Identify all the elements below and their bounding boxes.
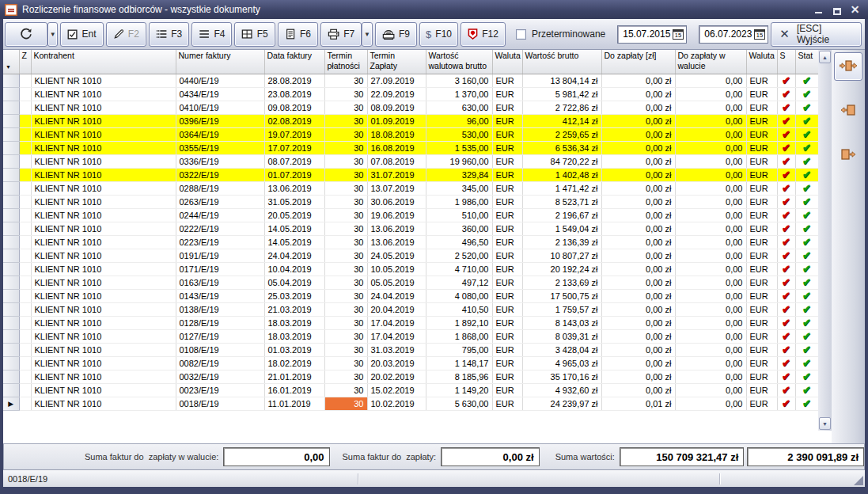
filter-all-documents-button[interactable] — [834, 52, 862, 81]
cell-status-s[interactable]: ✔ — [777, 101, 795, 114]
row-indicator[interactable] — [3, 262, 19, 276]
cell-data-faktury[interactable]: 01.03.2019 — [264, 343, 324, 356]
cell-wartosc-walutowa[interactable]: 19 960,00 — [426, 154, 492, 168]
calendar-icon[interactable]: 15 — [673, 29, 684, 40]
cell-wartosc-walutowa[interactable]: 8 185,96 — [426, 370, 492, 383]
cell-kontrahent[interactable]: KLIENT NR 1010 — [31, 222, 176, 235]
row-indicator[interactable] — [3, 302, 19, 316]
cell-kontrahent[interactable]: KLIENT NR 1010 — [31, 249, 176, 262]
header-wartosc-brutto[interactable]: Wartość brutto — [522, 50, 601, 74]
cell-do-zaplaty-walucie[interactable]: 0,00 — [675, 249, 746, 262]
date-from-input[interactable]: 15.07.2015 15 — [617, 25, 687, 44]
cell-status-s[interactable]: ✔ — [777, 74, 795, 87]
cell-waluta[interactable]: EUR — [492, 181, 522, 195]
header-do-zaplaty-zl[interactable]: Do zapłaty [zł] — [601, 50, 675, 74]
cell-do-zaplaty-zl[interactable]: 0,00 zł — [601, 195, 675, 208]
cell-status[interactable]: ✔ — [795, 141, 818, 154]
eagle-f12-button[interactable]: F12 — [461, 22, 506, 47]
cell-waluta2[interactable]: EUR — [746, 208, 777, 222]
cell-do-zaplaty-zl[interactable]: 0,00 zł — [601, 87, 675, 101]
cell-do-zaplaty-zl[interactable]: 0,00 zł — [601, 154, 675, 168]
document-f6-button[interactable]: F6 — [278, 22, 318, 47]
cell-status-s[interactable]: ✔ — [777, 397, 795, 410]
header-numer-faktury[interactable]: Numer faktury — [176, 50, 264, 74]
cell-do-zaplaty-zl[interactable]: 0,00 zł — [601, 141, 675, 154]
table-row[interactable]: KLIENT NR 10100082/E/1918.02.20193020.03… — [3, 356, 818, 370]
cell-do-zaplaty-zl[interactable]: 0,00 zł — [601, 114, 675, 127]
cell-termin-zaplaty[interactable]: 10.02.2019 — [367, 397, 426, 410]
cell-wartosc-brutto[interactable]: 17 500,75 zł — [522, 289, 601, 302]
cell-data-faktury[interactable]: 23.08.2019 — [264, 87, 324, 101]
cell-kontrahent[interactable]: KLIENT NR 1010 — [31, 397, 176, 410]
cell-do-zaplaty-walucie[interactable]: 0,00 — [675, 383, 746, 397]
row-indicator[interactable] — [3, 249, 19, 262]
cell-data-faktury[interactable]: 21.01.2019 — [264, 370, 324, 383]
cell-waluta[interactable]: EUR — [492, 127, 522, 141]
overdue-checkbox[interactable] — [516, 29, 526, 40]
cell-wartosc-walutowa[interactable]: 530,00 — [426, 127, 492, 141]
cell-termin-zaplaty[interactable]: 31.03.2019 — [367, 343, 426, 356]
cell-do-zaplaty-walucie[interactable]: 0,00 — [675, 262, 746, 276]
cell-termin-platnosci[interactable]: 30 — [324, 276, 367, 289]
cell-status-s[interactable]: ✔ — [777, 383, 795, 397]
cell-z[interactable] — [19, 235, 31, 249]
cell-do-zaplaty-walucie[interactable]: 0,00 — [675, 154, 746, 168]
header-termin-zaplaty[interactable]: Termin Zapłaty — [367, 50, 426, 74]
cell-status-s[interactable]: ✔ — [777, 114, 795, 127]
header-z[interactable]: Z — [19, 50, 31, 74]
table-row[interactable]: KLIENT NR 10100223/E/1914.05.20193013.06… — [3, 235, 818, 249]
cell-waluta[interactable]: EUR — [492, 356, 522, 370]
cell-waluta[interactable]: EUR — [492, 74, 522, 87]
cell-do-zaplaty-walucie[interactable]: 0,00 — [675, 127, 746, 141]
cell-numer-faktury[interactable]: 0244/E/19 — [176, 208, 264, 222]
cell-z[interactable] — [19, 276, 31, 289]
cell-status-s[interactable]: ✔ — [777, 302, 795, 316]
cell-do-zaplaty-zl[interactable]: 0,00 zł — [601, 74, 675, 87]
cell-termin-zaplaty[interactable]: 30.06.2019 — [367, 195, 426, 208]
row-indicator[interactable] — [3, 343, 19, 356]
row-indicator[interactable] — [3, 195, 19, 208]
cell-termin-platnosci[interactable]: 30 — [324, 249, 367, 262]
cell-z[interactable] — [19, 370, 31, 383]
cell-status-s[interactable]: ✔ — [777, 343, 795, 356]
row-indicator[interactable] — [3, 87, 19, 101]
header-s[interactable]: S — [777, 50, 795, 74]
cell-waluta[interactable]: EUR — [492, 302, 522, 316]
cell-status-s[interactable]: ✔ — [777, 329, 795, 343]
cell-waluta[interactable]: EUR — [492, 289, 522, 302]
cell-wartosc-brutto[interactable]: 13 804,14 zł — [522, 74, 601, 87]
cell-wartosc-walutowa[interactable]: 3 160,00 — [426, 74, 492, 87]
cell-z[interactable] — [19, 356, 31, 370]
column-filter-icon[interactable]: ▼ — [6, 64, 11, 70]
table-row[interactable]: KLIENT NR 10100364/E/1919.07.20193018.08… — [3, 127, 818, 141]
cell-waluta[interactable]: EUR — [492, 316, 522, 329]
grid-f5-button[interactable]: F5 — [234, 22, 275, 47]
cell-termin-zaplaty[interactable]: 19.06.2019 — [367, 208, 426, 222]
cell-termin-platnosci[interactable]: 30 — [324, 356, 367, 370]
cell-kontrahent[interactable]: KLIENT NR 1010 — [31, 74, 176, 87]
cell-wartosc-walutowa[interactable]: 1 149,20 — [426, 383, 492, 397]
row-indicator[interactable] — [3, 208, 19, 222]
row-indicator[interactable] — [3, 114, 19, 127]
cell-wartosc-walutowa[interactable]: 1 535,00 — [426, 141, 492, 154]
cell-waluta2[interactable]: EUR — [746, 235, 777, 249]
cell-status-s[interactable]: ✔ — [777, 181, 795, 195]
currency-f10-button[interactable]: $ F10 — [419, 22, 458, 47]
cell-waluta[interactable]: EUR — [492, 168, 522, 181]
cell-wartosc-brutto[interactable]: 8 039,31 zł — [522, 329, 601, 343]
cell-termin-platnosci[interactable]: 30 — [324, 195, 367, 208]
row-indicator[interactable] — [3, 222, 19, 235]
cell-do-zaplaty-walucie[interactable]: 0,00 — [675, 343, 746, 356]
cell-status[interactable]: ✔ — [795, 383, 818, 397]
cell-termin-platnosci[interactable]: 30 — [324, 235, 367, 249]
cell-data-faktury[interactable]: 18.03.2019 — [264, 329, 324, 343]
cell-wartosc-brutto[interactable]: 412,14 zł — [522, 114, 601, 127]
cell-waluta2[interactable]: EUR — [746, 127, 777, 141]
header-kontrahent[interactable]: Kontrahent — [31, 50, 176, 74]
cell-termin-zaplaty[interactable]: 17.04.2019 — [367, 316, 426, 329]
cell-numer-faktury[interactable]: 0023/E/19 — [176, 383, 264, 397]
cell-termin-platnosci[interactable]: 30 — [324, 289, 367, 302]
cell-do-zaplaty-zl[interactable]: 0,00 zł — [601, 383, 675, 397]
cell-wartosc-walutowa[interactable]: 497,12 — [426, 276, 492, 289]
row-indicator[interactable] — [3, 74, 19, 87]
